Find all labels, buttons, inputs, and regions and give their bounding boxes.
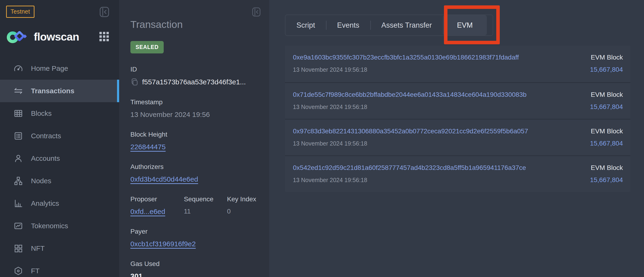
evm-transaction-row: 0xe9a1603bc9355fc307b23eccfb3bfc1a3255a0… [285, 46, 630, 82]
field-label: Payer [130, 228, 260, 235]
evm-block-label: EVM Block [590, 54, 623, 61]
speedometer-icon [14, 64, 23, 73]
tab-assets-transfer[interactable]: Assets Transfer [370, 15, 443, 35]
authorizer-link[interactable]: 0xfd3b4cd50d44e6ed [130, 175, 198, 183]
evm-tx-timestamp: 13 November 2024 19:56:18 [293, 66, 519, 73]
evm-tx-hash-link[interactable]: 0x542ed1c92d59c21d81a60f258777457ad4b232… [293, 164, 526, 171]
sidebar-item-ft[interactable]: FT [0, 260, 119, 277]
field-label: Sequence [184, 195, 227, 203]
apps-grid-button[interactable] [98, 30, 111, 43]
gas-used-value: 301 [130, 272, 260, 277]
evm-block-label: EVM Block [590, 91, 623, 98]
sidebar-item-transactions[interactable]: Transactions [0, 80, 119, 102]
field-timestamp: Timestamp 13 November 2024 19:56 [130, 98, 260, 119]
key-index-value: 0 [227, 208, 256, 215]
evm-tx-timestamp: 13 November 2024 19:56:18 [293, 140, 528, 147]
field-label: Authorizers [130, 163, 260, 171]
sidebar-item-nodes[interactable]: Nodes [0, 170, 119, 192]
evm-tx-timestamp: 13 November 2024 19:56:18 [293, 177, 526, 184]
sidebar-item-label: Home Page [31, 64, 68, 72]
sidebar-item-label: Nodes [31, 177, 51, 185]
transaction-id-value: f557a1573b76aa53e73d46f3e1... [142, 78, 246, 86]
evm-block-number-link[interactable]: 15,667,804 [590, 66, 623, 73]
collapse-panel-icon [98, 6, 110, 18]
evm-tx-hash-link[interactable]: 0xe9a1603bc9355fc307b23eccfb3bfc1a3255a0… [293, 54, 519, 61]
brand-row: flowscan [0, 23, 119, 46]
panel-collapse-button[interactable] [250, 6, 263, 18]
field-id: ID f557a1573b76aa53e73d46f3e1... [130, 66, 260, 86]
field-authorizers: Authorizers 0xfd3b4cd50d44e6ed [130, 163, 260, 183]
sidebar-item-label: NFT [31, 245, 44, 252]
evm-tx-timestamp: 13 November 2024 19:56:18 [293, 104, 526, 110]
field-proposer-row: Proposer 0xfd...e6ed Sequence 11 Key Ind… [130, 195, 260, 216]
evm-transaction-row: 0x97c83d3eb8221431306880a35452a0b0772cec… [285, 119, 630, 155]
apps-grid-icon [99, 31, 109, 42]
status-badge: SEALED [130, 41, 164, 53]
flowscan-logo[interactable] [6, 28, 30, 44]
block-height-link[interactable]: 226844475 [130, 143, 166, 151]
grid-2x2-icon [14, 244, 23, 253]
evm-tx-hash-link[interactable]: 0x71de55c7f989c8ce6bb2bffabdbe2044ee6a01… [293, 91, 526, 98]
evm-block-label: EVM Block [590, 164, 623, 172]
evm-transaction-list: 0xe9a1603bc9355fc307b23eccfb3bfc1a3255a0… [285, 46, 630, 192]
sidebar-collapse-button[interactable] [98, 6, 111, 18]
collapse-panel-icon [251, 6, 262, 17]
sidebar-item-label: Accounts [31, 154, 60, 162]
field-label: Timestamp [130, 98, 260, 106]
page-title: Transaction [130, 19, 260, 30]
sidebar-item-contracts[interactable]: Contracts [0, 125, 119, 147]
person-icon [14, 154, 23, 163]
sidebar-item-label: FT [31, 267, 40, 275]
field-label: Proposer [130, 195, 184, 203]
field-label: ID [130, 66, 260, 73]
tab-evm[interactable]: EVM [443, 15, 487, 35]
field-label: Gas Used [130, 260, 260, 268]
sidebar-item-home-page[interactable]: Home Page [0, 57, 119, 80]
field-gas-used: Gas Used 301 [130, 260, 260, 277]
transfer-arrows-icon [14, 86, 23, 96]
sequence-value: 11 [184, 208, 227, 215]
tab-events[interactable]: Events [326, 15, 370, 35]
bar-chart-icon [14, 199, 23, 208]
sidebar-item-nft[interactable]: NFT [0, 237, 119, 260]
brand-name[interactable]: flowscan [34, 30, 98, 43]
evm-block-label: EVM Block [590, 127, 623, 135]
sidebar-item-label: Transactions [31, 87, 74, 95]
evm-transaction-row: 0x71de55c7f989c8ce6bb2bffabdbe2044ee6a01… [285, 82, 630, 119]
field-label: Key Index [227, 195, 256, 203]
tab-bar: Script Events Assets Transfer EVM [285, 14, 493, 36]
main-content: Script Events Assets Transfer EVM 0xe9a1… [269, 0, 644, 277]
timestamp-value: 13 November 2024 19:56 [130, 111, 260, 119]
sidebar-item-label: Blocks [31, 109, 52, 117]
sidebar-item-label: Contracts [31, 132, 61, 140]
network-badge: Testnet [6, 6, 34, 18]
field-label: Block Height [130, 131, 260, 138]
document-list-icon [14, 131, 23, 141]
sidebar: Testnet [0, 0, 119, 277]
sidebar-item-accounts[interactable]: Accounts [0, 147, 119, 170]
line-chart-icon [14, 221, 23, 231]
sidebar-item-label: Analytics [31, 199, 59, 207]
hierarchy-icon [14, 176, 23, 186]
sidebar-header: Testnet [0, 5, 119, 23]
evm-block-number-link[interactable]: 15,667,804 [590, 176, 623, 184]
sidebar-item-analytics[interactable]: Analytics [0, 192, 119, 215]
sidebar-item-blocks[interactable]: Blocks [0, 102, 119, 125]
sidebar-menu: Home Page Transactions [0, 57, 119, 277]
payer-link[interactable]: 0xcb1cf3196916f9e2 [130, 240, 196, 248]
field-block-height: Block Height 226844475 [130, 131, 260, 151]
table-grid-icon [14, 109, 23, 118]
tab-script[interactable]: Script [286, 15, 326, 35]
transaction-detail-panel: Transaction SEALED ID f557a1573b76aa53e7… [119, 0, 269, 277]
sidebar-item-label: Tokenomics [31, 222, 68, 230]
evm-transaction-row: 0x542ed1c92d59c21d81a60f258777457ad4b232… [285, 155, 630, 192]
evm-block-number-link[interactable]: 15,667,804 [590, 140, 623, 147]
proposer-link[interactable]: 0xfd...e6ed [130, 208, 165, 215]
evm-tx-hash-link[interactable]: 0x97c83d3eb8221431306880a35452a0b0772cec… [293, 127, 528, 135]
evm-block-number-link[interactable]: 15,667,804 [590, 103, 623, 111]
field-payer: Payer 0xcb1cf3196916f9e2 [130, 228, 260, 248]
sidebar-item-tokenomics[interactable]: Tokenomics [0, 215, 119, 237]
cube-icon [14, 266, 23, 276]
copy-icon[interactable] [130, 78, 139, 86]
flowscan-app: Testnet [0, 0, 644, 277]
